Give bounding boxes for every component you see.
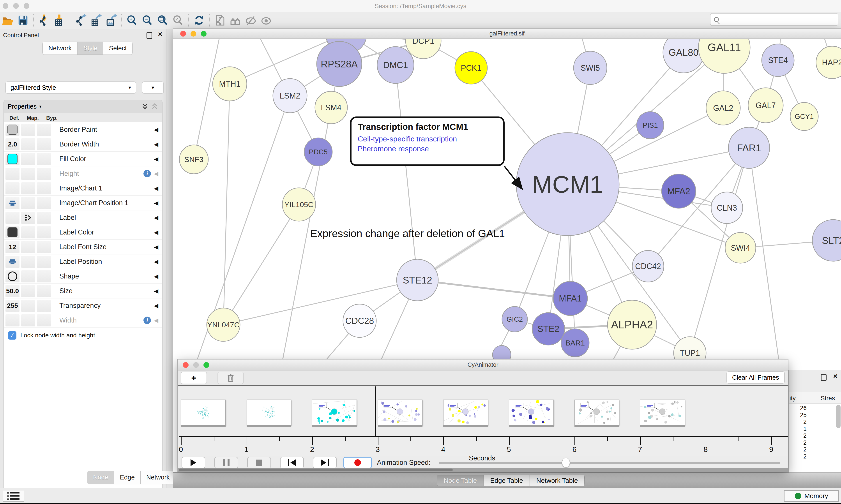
import-network-button[interactable]: [37, 14, 51, 27]
tab-select[interactable]: Select: [103, 42, 132, 55]
node-dmc1[interactable]: DMC1: [377, 47, 414, 84]
property-row-border-width[interactable]: 2.0Border Width◀: [4, 137, 162, 152]
window-traffic-lights[interactable]: [183, 362, 209, 368]
frame-thumbnail-2[interactable]: [312, 399, 357, 426]
bypass-cell[interactable]: [37, 314, 51, 326]
property-row-label[interactable]: Label◀: [4, 211, 162, 225]
stop-button[interactable]: [247, 457, 271, 468]
node-cdc28[interactable]: CDC28: [343, 304, 376, 337]
table-scrollbar[interactable]: [836, 404, 841, 428]
node-cln3[interactable]: CLN3: [711, 192, 742, 223]
task-history-button[interactable]: [3, 490, 24, 502]
property-row-image-chart-1[interactable]: Image/Chart 1◀: [4, 181, 162, 196]
mapping-cell[interactable]: [21, 270, 35, 283]
node-yil105c[interactable]: YIL105C: [282, 188, 316, 221]
default-value-cell[interactable]: 255: [5, 300, 19, 312]
info-icon[interactable]: i: [143, 170, 151, 177]
lock-size-row[interactable]: ✓ Lock node width and height: [4, 328, 162, 343]
expand-row-icon[interactable]: ◀: [154, 141, 158, 148]
property-row-width[interactable]: Widthi◀: [4, 313, 162, 328]
style-selector[interactable]: galFiltered Style ▾: [5, 82, 136, 94]
frame-thumbnail-5[interactable]: [509, 399, 554, 426]
default-value-cell[interactable]: [5, 124, 19, 136]
search-input[interactable]: [721, 16, 838, 23]
node-mfa2[interactable]: MFA2: [662, 174, 696, 208]
timeline-playhead[interactable]: [375, 386, 376, 437]
frame-thumbnail-6[interactable]: [574, 399, 619, 426]
node-pis1[interactable]: PIS1: [637, 112, 664, 139]
default-value-cell[interactable]: 2.0: [5, 138, 19, 150]
edge[interactable]: [223, 84, 230, 325]
close-panel-icon[interactable]: ×: [833, 373, 838, 379]
default-value-cell[interactable]: [5, 168, 19, 180]
node-swi5[interactable]: SWI5: [574, 51, 607, 85]
default-value-cell[interactable]: 50.0: [5, 285, 19, 297]
default-value-cell[interactable]: [5, 270, 19, 283]
node-gic2[interactable]: GIC2: [502, 307, 527, 332]
default-value-cell[interactable]: [5, 153, 19, 165]
node-ste2[interactable]: STE2: [532, 313, 565, 345]
mapping-cell[interactable]: [21, 256, 35, 268]
edge[interactable]: [223, 280, 417, 325]
tab-node[interactable]: Node: [87, 471, 114, 484]
tab-style[interactable]: Style: [77, 42, 103, 55]
tab-edge[interactable]: Edge: [114, 471, 141, 484]
float-panel-icon[interactable]: [146, 32, 152, 39]
mapping-cell[interactable]: [21, 153, 35, 165]
default-value-cell[interactable]: [5, 212, 19, 224]
table-cell[interactable]: 25: [789, 412, 807, 419]
memory-button[interactable]: Memory: [784, 490, 839, 502]
edge[interactable]: [194, 39, 219, 159]
expand-row-icon[interactable]: ◀: [154, 273, 158, 280]
cyanimator-scrollbar[interactable]: [178, 468, 788, 472]
open-folder-button[interactable]: [1, 14, 15, 27]
close-panel-icon[interactable]: ×: [158, 31, 162, 37]
checkbox-checked-icon[interactable]: ✓: [8, 331, 16, 340]
expand-row-icon[interactable]: ◀: [154, 200, 158, 206]
expand-all-icon[interactable]: [141, 103, 149, 110]
style-options-button[interactable]: ▾: [142, 82, 164, 94]
property-row-border-paint[interactable]: Border Paint◀: [4, 122, 162, 137]
default-value-cell[interactable]: [5, 227, 19, 238]
collapse-all-icon[interactable]: [151, 103, 158, 110]
node-ynl047c[interactable]: YNL047C: [207, 308, 240, 341]
bypass-cell[interactable]: [37, 227, 51, 238]
table-cell[interactable]: 2: [789, 419, 807, 426]
expand-row-icon[interactable]: ◀: [154, 214, 158, 221]
close-window-icon[interactable]: [180, 31, 186, 37]
node-ste4[interactable]: STE4: [762, 44, 794, 76]
hide-button[interactable]: [244, 14, 257, 27]
node-far1[interactable]: FAR1: [729, 127, 770, 168]
cyanimator-titlebar[interactable]: CyAnimator: [178, 360, 788, 371]
save-button[interactable]: [16, 14, 30, 27]
node-rps28a[interactable]: RPS28A: [317, 41, 362, 87]
node-cdc42[interactable]: CDC42: [632, 250, 664, 282]
export-image-button[interactable]: [104, 14, 118, 27]
animation-speed-slider[interactable]: [439, 462, 780, 464]
mapping-cell[interactable]: [21, 227, 35, 238]
export-network-button[interactable]: [74, 14, 87, 27]
bypass-cell[interactable]: [37, 153, 51, 165]
node-mcm1[interactable]: MCM1: [516, 133, 619, 236]
table-cell[interactable]: 26: [789, 405, 807, 412]
expand-row-icon[interactable]: ◀: [154, 244, 158, 250]
table-cell[interactable]: 2: [789, 432, 807, 439]
mapping-cell[interactable]: [21, 241, 35, 253]
bypass-cell[interactable]: [37, 212, 51, 224]
network-file-button[interactable]: [213, 14, 227, 27]
expand-row-icon[interactable]: ◀: [154, 126, 158, 133]
edge[interactable]: [223, 204, 299, 325]
default-value-cell[interactable]: [5, 256, 19, 268]
mapping-cell[interactable]: [21, 168, 35, 180]
minimize-window-icon[interactable]: [191, 31, 196, 37]
annotation-box[interactable]: Transcription factor MCM1 Cell-type-spec…: [350, 116, 505, 166]
frame-thumbnail-0[interactable]: [181, 399, 226, 426]
expand-row-icon[interactable]: ◀: [154, 258, 158, 265]
zoom-in-button[interactable]: +: [125, 14, 139, 27]
mapping-cell[interactable]: [21, 285, 35, 297]
table-column-stres[interactable]: Stres: [821, 395, 835, 402]
node-bar1[interactable]: BAR1: [561, 329, 589, 357]
default-value-cell[interactable]: [5, 182, 19, 194]
frame-thumbnail-3[interactable]: [378, 399, 423, 426]
gallery-button[interactable]: [229, 14, 242, 27]
